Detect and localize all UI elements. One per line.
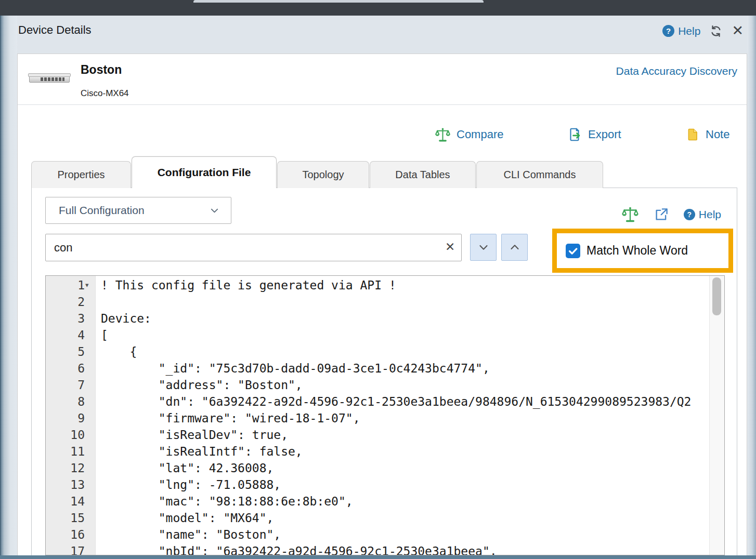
divider bbox=[18, 104, 747, 105]
refresh-icon[interactable] bbox=[709, 24, 723, 38]
open-in-new-window-icon[interactable] bbox=[654, 207, 669, 222]
configuration-file-tab-content: Full Configuration bbox=[31, 188, 737, 555]
code-line: 16 "name": "Boston", bbox=[46, 526, 709, 543]
code-line: 8 "dn": "6a392422-a92d-4596-92c1-2530e3a… bbox=[46, 393, 709, 410]
line-number: 14 bbox=[46, 493, 96, 510]
line-number: 6 bbox=[46, 360, 96, 377]
config-help-label: Help bbox=[699, 208, 721, 221]
code-line: 14 "mac": "98:18:88:6e:8b:e0", bbox=[46, 493, 709, 510]
line-text: "lng": -71.05888, bbox=[96, 476, 281, 493]
export-label: Export bbox=[588, 128, 621, 141]
export-icon bbox=[567, 127, 582, 142]
line-text: "isRealIntf": false, bbox=[96, 443, 303, 460]
line-number: 12 bbox=[46, 460, 96, 476]
code-line: 13 "lng": -71.05888, bbox=[46, 476, 709, 493]
note-icon bbox=[685, 127, 700, 142]
tab-bar: Properties Configuration File Topology D… bbox=[31, 156, 604, 188]
line-text: "lat": 42.36008, bbox=[96, 460, 273, 476]
window-left-edge bbox=[0, 16, 17, 555]
dropdown-selected-value: Full Configuration bbox=[46, 204, 210, 217]
export-button[interactable]: Export bbox=[567, 125, 621, 144]
code-line: 17 "nbId": "6a392422-a92d-4596-92c1-2530… bbox=[46, 543, 709, 555]
scales-icon bbox=[435, 127, 451, 143]
line-text: "isRealDev": true, bbox=[96, 427, 288, 443]
code-line: 9 "firmware": "wired-18-1-07", bbox=[46, 410, 709, 427]
config-code-viewer: 1 ▾ ! This config file is generated via … bbox=[45, 275, 725, 555]
line-number: 3 bbox=[46, 310, 96, 327]
line-number: 8 bbox=[46, 393, 96, 410]
note-button[interactable]: Note bbox=[685, 125, 729, 144]
code-scrollbar-thumb[interactable] bbox=[712, 277, 721, 315]
help-question-icon: ? bbox=[662, 25, 674, 37]
checkbox-checked-icon[interactable] bbox=[566, 244, 580, 258]
help-question-icon: ? bbox=[684, 209, 695, 220]
line-text: ! This config file is generated via API … bbox=[96, 277, 396, 294]
code-line: 11 "isRealIntf": false, bbox=[46, 443, 709, 460]
chevron-down-icon bbox=[210, 206, 219, 216]
line-text: "_id": "75c3d70b-dadd-09ad-3ce1-0c4243bc… bbox=[96, 360, 490, 377]
code-line: 10 "isRealDev": true, bbox=[46, 427, 709, 443]
device-model: Cisco-MX64 bbox=[81, 88, 129, 99]
window-right-edge bbox=[747, 16, 756, 555]
line-number: 10 bbox=[46, 427, 96, 443]
dialog-title: Device Details bbox=[18, 23, 92, 37]
line-number: 13 bbox=[46, 476, 96, 493]
header-help-link[interactable]: ? Help bbox=[662, 25, 700, 37]
code-line: 7 "address": "Boston", bbox=[46, 377, 709, 393]
line-text: "name": "Boston", bbox=[96, 526, 281, 543]
match-whole-word-highlight: Match Whole Word bbox=[552, 229, 733, 273]
line-text: "mac": "98:18:88:6e:8b:e0", bbox=[96, 493, 353, 510]
line-text bbox=[96, 294, 101, 310]
code-line: 1 ▾ ! This config file is generated via … bbox=[46, 277, 709, 294]
line-text: "model": "MX64", bbox=[96, 510, 273, 526]
match-whole-word-toggle[interactable]: Match Whole Word bbox=[557, 244, 688, 258]
line-number: 2 bbox=[46, 294, 96, 310]
configuration-type-dropdown[interactable]: Full Configuration bbox=[45, 197, 231, 224]
code-line: 15 "model": "MX64", bbox=[46, 510, 709, 526]
code-line: 12 "lat": 42.36008, bbox=[46, 460, 709, 476]
device-image bbox=[29, 75, 70, 83]
code-line: 2 bbox=[46, 294, 709, 310]
find-previous-button[interactable] bbox=[501, 234, 528, 261]
device-name: Boston bbox=[81, 63, 122, 77]
search-input[interactable] bbox=[45, 234, 462, 261]
line-number: 11 bbox=[46, 443, 96, 460]
line-text: { bbox=[96, 343, 137, 360]
window-tab-notch bbox=[193, 0, 484, 3]
clear-search-icon[interactable]: ✕ bbox=[445, 240, 455, 254]
line-number: 9 bbox=[46, 410, 96, 427]
line-text: "firmware": "wired-18-1-07", bbox=[96, 410, 360, 427]
fold-toggle-icon[interactable]: ▾ bbox=[85, 277, 89, 294]
tab-cli-commands[interactable]: CLI Commands bbox=[476, 161, 603, 188]
line-number: 17 bbox=[46, 543, 96, 555]
code-line: 5 { bbox=[46, 343, 709, 360]
line-number: 7 bbox=[46, 377, 96, 393]
config-help-link[interactable]: ? Help bbox=[684, 208, 721, 221]
compare-config-icon[interactable] bbox=[621, 206, 639, 223]
window-top-bar bbox=[0, 0, 756, 16]
line-number: 15 bbox=[46, 510, 96, 526]
compare-label: Compare bbox=[457, 128, 503, 141]
code-scrollbar-track[interactable] bbox=[709, 276, 724, 555]
code-lines: 1 ▾ ! This config file is generated via … bbox=[46, 277, 709, 555]
line-text: "address": "Boston", bbox=[96, 377, 303, 393]
header-help-label: Help bbox=[678, 25, 700, 37]
code-line: 4 [ bbox=[46, 327, 709, 343]
data-accuracy-discovery-link[interactable]: Data Accuracy Discovery bbox=[616, 65, 737, 77]
match-whole-word-label: Match Whole Word bbox=[586, 244, 688, 258]
line-text: [ bbox=[96, 327, 108, 343]
compare-button[interactable]: Compare bbox=[435, 125, 503, 144]
close-icon[interactable]: ✕ bbox=[732, 24, 744, 38]
line-number: 4 bbox=[46, 327, 96, 343]
window-bottom-edge bbox=[0, 555, 756, 559]
line-text: "dn": "6a392422-a92d-4596-92c1-2530e3a1b… bbox=[96, 393, 691, 410]
tab-configuration-file[interactable]: Configuration File bbox=[132, 156, 277, 188]
line-number: 16 bbox=[46, 526, 96, 543]
tab-data-tables[interactable]: Data Tables bbox=[370, 161, 476, 188]
device-details-panel: Boston Cisco-MX64 Data Accuracy Discover… bbox=[17, 54, 747, 555]
tab-properties[interactable]: Properties bbox=[31, 161, 131, 188]
line-text: "nbId": "6a392422-a92d-4596-92c1-2530e3a… bbox=[96, 543, 497, 555]
tab-topology[interactable]: Topology bbox=[277, 161, 369, 188]
find-next-button[interactable] bbox=[470, 234, 497, 261]
code-line: 3 Device: bbox=[46, 310, 709, 327]
